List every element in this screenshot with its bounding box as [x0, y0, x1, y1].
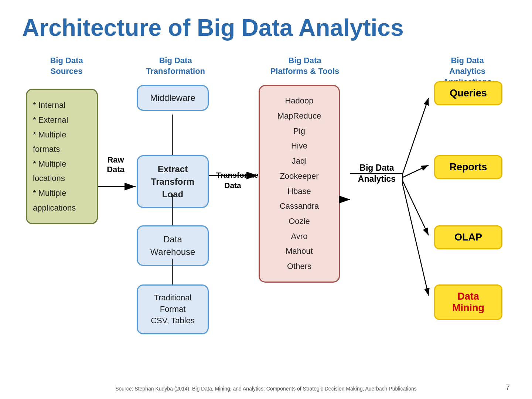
transformed-data-label: TransformedData	[216, 170, 249, 190]
data-warehouse-box: DataWarehouse	[137, 225, 209, 266]
platform-mapreduce: MapReduce	[277, 111, 321, 120]
platform-jaql: Jaql	[292, 156, 307, 166]
platform-avro: Avro	[291, 232, 308, 241]
source-formats: * Multipleformats	[33, 127, 91, 157]
platform-hive: Hive	[291, 141, 307, 150]
platform-others: Others	[287, 262, 311, 271]
col-header-transform: Big Data Transformation	[137, 55, 214, 81]
svg-line-9	[403, 165, 429, 177]
reports-box: Reports	[434, 155, 502, 179]
olap-box: OLAP	[434, 225, 502, 249]
page-number: 7	[506, 383, 510, 392]
queries-box: Queries	[434, 81, 502, 105]
source-applications: * Multipleapplications	[33, 186, 91, 215]
col-header-sources: Big Data Sources	[30, 55, 103, 81]
transformation-header: Big Data Transformation	[137, 55, 214, 76]
platform-zookeeper: Zookeeper	[280, 171, 318, 181]
etl-box: ExtractTransformLoad	[137, 155, 209, 208]
platforms-box: Hadoop MapReduce Pig Hive Jaql Zookeeper…	[259, 85, 340, 282]
svg-line-11	[403, 185, 429, 296]
diagram-area: Big Data Sources Big Data Transformation…	[22, 55, 510, 358]
platform-hadoop: Hadoop	[285, 96, 313, 105]
platform-oozie: Oozie	[289, 216, 310, 226]
source-internal: * Internal	[33, 98, 91, 113]
raw-data-label: RawData	[103, 155, 129, 174]
page-title: Architecture of Big Data Analytics	[22, 15, 510, 41]
platform-hbase: Hbase	[287, 187, 311, 196]
platform-pig: Pig	[293, 126, 305, 136]
traditional-format-box: TraditionalFormatCSV, Tables	[137, 284, 209, 334]
footer-citation: Source: Stephan Kudyba (2014), Big Data,…	[0, 386, 532, 392]
svg-line-8	[403, 98, 429, 174]
source-locations: * Multiplelocations	[33, 157, 91, 186]
sources-box: * Internal * External * Multipleformats …	[26, 89, 98, 224]
sources-header: Big Data Sources	[30, 55, 103, 76]
page-container: Architecture of Big Data Analytics Big D…	[0, 0, 532, 399]
platform-cassandra: Cassandra	[280, 201, 319, 211]
col-header-platforms: Big Data Platforms & Tools	[262, 55, 347, 81]
big-data-analytics-label: Big Data Analytics	[351, 163, 403, 185]
source-external: * External	[33, 113, 91, 127]
platform-mahout: Mahout	[286, 246, 313, 256]
platforms-header: Big Data Platforms & Tools	[262, 55, 347, 76]
svg-line-10	[403, 181, 429, 235]
middleware-box: Middleware	[137, 85, 209, 111]
data-mining-box: Data Mining	[434, 284, 502, 320]
